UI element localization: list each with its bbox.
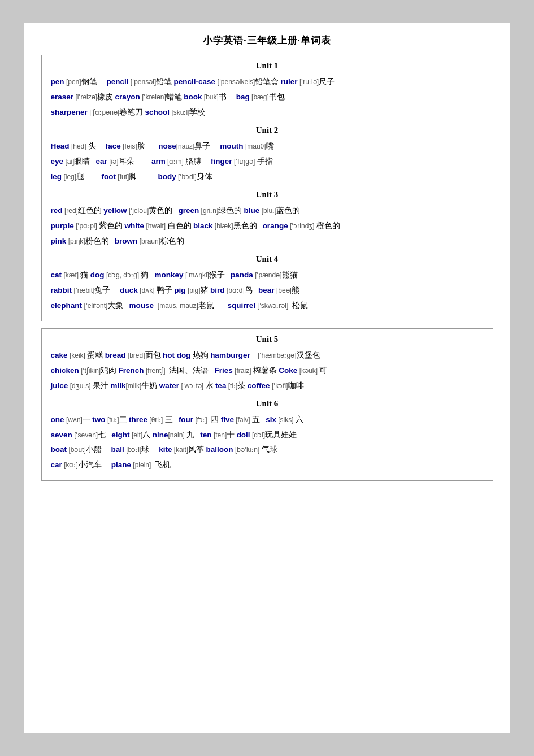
unit1-title: Unit 1 (51, 61, 484, 71)
main-title: 小学英语·三年级上册·单词表 (41, 34, 493, 47)
unit6-line2: seven [ˈsevən]七 eight [eit]八 nine[nain] … (51, 428, 484, 442)
unit4-line2: rabbit [ˈræbit]兔子 duck [dʌk] 鸭子 pig [pig… (51, 284, 484, 298)
unit2-line1: Head [hed] 头 face [feis]脸 nose[nauz]鼻子 m… (51, 140, 484, 154)
section-box-upper: Unit 1 pen [pen]钢笔 pencil [ˈpensəl]铅笔 pe… (41, 55, 493, 321)
unit4-line1: cat [kæt] 猫 dog [dɔg, dɔːg] 狗 monkey [ˈm… (51, 268, 484, 283)
unit6-title: Unit 6 (51, 399, 484, 409)
unit2-line2: eye [ai]眼睛 ear [iə]耳朵 arm [ɑːm] 胳膊 finge… (51, 155, 484, 169)
unit3-line3: pink [pɪŋk]粉色的 brown [braun]棕色的 (51, 234, 484, 249)
unit6-line3: boat [bəut]小船 ball [bɔːl]球 kite [kait]风筝… (51, 443, 484, 457)
unit3-title: Unit 3 (51, 190, 484, 199)
unit3-line1: red [red]红色的 yellow [ˈjeləu]黄色的 green [g… (51, 204, 484, 218)
unit5-line2: chicken [ˈtʃikin]鸡肉 French [frentʃ] 法国、法… (51, 364, 484, 378)
unit4-title: Unit 4 (51, 254, 484, 264)
section-box-lower: Unit 5 cake [keik] 蛋糕 bread [bred]面包 hot… (41, 328, 493, 481)
unit4-line3: elephant [ˈelifənt]大象 mouse [maus, mauz]… (51, 299, 484, 313)
unit1-line3: sharpener [ˈʃɑːpənə]卷笔刀 school [skuːl]学校 (51, 106, 484, 120)
unit5-title: Unit 5 (51, 334, 484, 344)
page-container: 小学英语·三年级上册·单词表 Unit 1 pen [pen]钢笔 pencil… (24, 23, 510, 733)
unit2-title: Unit 2 (51, 125, 484, 135)
unit6-line1: one [wʌn]一 two [tuː]二 three [θriː] 三 fou… (51, 413, 484, 427)
unit5-line1: cake [keik] 蛋糕 bread [bred]面包 hot dog 热狗… (51, 349, 484, 363)
unit5-line3: juice [dʒuːs] 果汁 milk[milk]牛奶 water [ˈwɔ… (51, 379, 484, 393)
unit1-line2: eraser [iˈreizə]橡皮 crayon [ˈkreiən]蜡笔 bo… (51, 90, 484, 105)
unit2-line3: leg [leg]腿 foot [fut]脚 body [ˈbɔdi]身体 (51, 170, 484, 184)
unit3-line2: purple [ˈpɑːpl] 紫色的 white [hwait] 白色的 bl… (51, 219, 484, 233)
unit1-line1: pen [pen]钢笔 pencil [ˈpensəl]铅笔 pencil-ca… (51, 75, 484, 89)
unit6-line4: car [kɑː]小汽车 plane [plein] 飞机 (51, 458, 484, 472)
